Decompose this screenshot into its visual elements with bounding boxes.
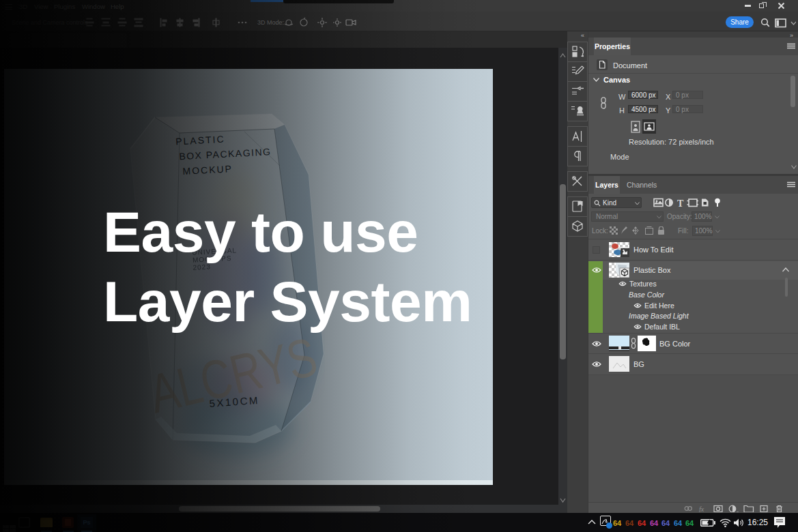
svg-text:3D Mode:: 3D Mode:	[257, 19, 284, 26]
svg-text:fx: fx	[699, 505, 704, 513]
svg-text:T: T	[677, 198, 684, 209]
